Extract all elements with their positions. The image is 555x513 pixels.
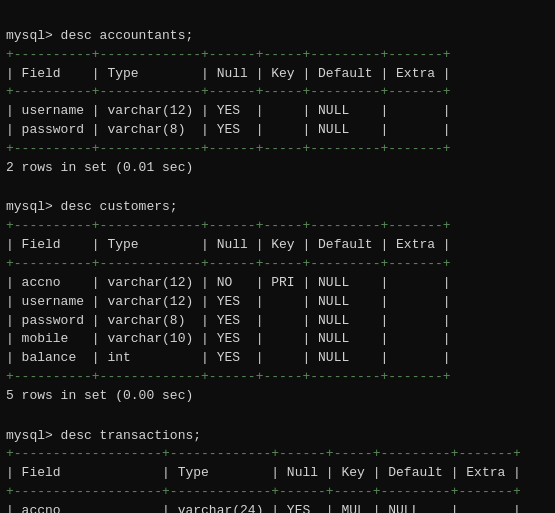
table-header: | Field | Type | Null | Key | Default | … bbox=[6, 236, 549, 255]
table-border-top: +----------+-------------+------+-----+-… bbox=[6, 217, 549, 236]
command-line: mysql> desc transactions; bbox=[6, 427, 549, 446]
result-count: 5 rows in set (0.00 sec) bbox=[6, 387, 549, 406]
section-transactions: mysql> desc transactions; +-------------… bbox=[6, 427, 549, 513]
table-row: | password | varchar(8) | YES | | NULL |… bbox=[6, 312, 549, 331]
blank-line bbox=[6, 406, 549, 425]
table-row: | accno | varchar(24) | YES | MUL | NULL… bbox=[6, 502, 549, 513]
table-border-mid: +----------+-------------+------+-----+-… bbox=[6, 255, 549, 274]
table-border-top: +----------+-------------+------+-----+-… bbox=[6, 46, 549, 65]
section-customers: mysql> desc customers; +----------+-----… bbox=[6, 198, 549, 424]
table-border-top: +-------------------+-------------+-----… bbox=[6, 445, 549, 464]
table-row: | username | varchar(12) | YES | | NULL … bbox=[6, 102, 549, 121]
table-row: | mobile | varchar(10) | YES | | NULL | … bbox=[6, 330, 549, 349]
blank-line bbox=[6, 178, 549, 197]
table-border-bottom: +----------+-------------+------+-----+-… bbox=[6, 140, 549, 159]
table-header: | Field | Type | Null | Key | Default | … bbox=[6, 464, 549, 483]
table-border-mid: +----------+-------------+------+-----+-… bbox=[6, 83, 549, 102]
table-row: | accno | varchar(12) | NO | PRI | NULL … bbox=[6, 274, 549, 293]
terminal-window: mysql> desc accountants; +----------+---… bbox=[6, 8, 549, 513]
table-row: | password | varchar(8) | YES | | NULL |… bbox=[6, 121, 549, 140]
table-row: | balance | int | YES | | NULL | | bbox=[6, 349, 549, 368]
result-count: 2 rows in set (0.01 sec) bbox=[6, 159, 549, 178]
table-row: | username | varchar(12) | YES | | NULL … bbox=[6, 293, 549, 312]
command-line: mysql> desc accountants; bbox=[6, 27, 549, 46]
table-header: | Field | Type | Null | Key | Default | … bbox=[6, 65, 549, 84]
command-line: mysql> desc customers; bbox=[6, 198, 549, 217]
table-border-mid: +-------------------+-------------+-----… bbox=[6, 483, 549, 502]
section-accountants: mysql> desc accountants; +----------+---… bbox=[6, 27, 549, 197]
table-border-bottom: +----------+-------------+------+-----+-… bbox=[6, 368, 549, 387]
